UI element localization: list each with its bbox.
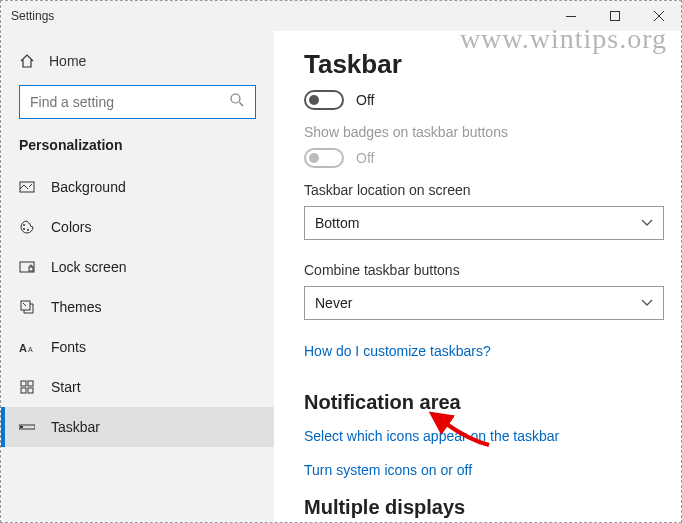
nav-list: Background Colors Lock screen Themes AA …: [1, 167, 274, 447]
search-icon: [229, 92, 245, 112]
location-label: Taskbar location on screen: [304, 182, 655, 198]
svg-point-4: [23, 224, 25, 226]
svg-text:A: A: [19, 342, 27, 354]
image-icon: [19, 179, 35, 195]
sidebar: Home Personalization Background Colors L…: [1, 31, 274, 522]
sidebar-item-label: Fonts: [51, 339, 86, 355]
sidebar-item-colors[interactable]: Colors: [1, 207, 274, 247]
sidebar-item-label: Start: [51, 379, 81, 395]
svg-rect-13: [28, 381, 33, 386]
select-icons-link[interactable]: Select which icons appear on the taskbar: [304, 428, 655, 444]
fonts-icon: AA: [19, 339, 35, 355]
svg-rect-12: [21, 381, 26, 386]
window-title: Settings: [11, 9, 54, 23]
svg-point-6: [27, 229, 29, 231]
sidebar-item-label: Background: [51, 179, 126, 195]
sidebar-item-label: Themes: [51, 299, 102, 315]
location-value: Bottom: [315, 215, 359, 231]
palette-icon: [19, 219, 35, 235]
sidebar-item-lockscreen[interactable]: Lock screen: [1, 247, 274, 287]
maximize-button[interactable]: [593, 1, 637, 31]
home-button[interactable]: Home: [1, 43, 274, 79]
turn-system-icons-link[interactable]: Turn system icons on or off: [304, 462, 655, 478]
sidebar-item-label: Colors: [51, 219, 91, 235]
sidebar-item-background[interactable]: Background: [1, 167, 274, 207]
svg-point-2: [231, 94, 240, 103]
chevron-down-icon: [641, 216, 653, 230]
lockscreen-icon: [19, 259, 35, 275]
toggle-state: Off: [356, 92, 374, 108]
svg-rect-14: [21, 388, 26, 393]
chevron-down-icon: [641, 296, 653, 310]
minimize-button[interactable]: [549, 1, 593, 31]
start-icon: [19, 379, 35, 395]
themes-icon: [19, 299, 35, 315]
taskbar-icon: [19, 419, 35, 435]
search-input[interactable]: [30, 94, 229, 110]
customize-link[interactable]: How do I customize taskbars?: [304, 343, 491, 359]
section-heading: Personalization: [1, 133, 274, 167]
toggle-badges-state: Off: [356, 150, 374, 166]
sidebar-item-start[interactable]: Start: [1, 367, 274, 407]
svg-rect-15: [28, 388, 33, 393]
notification-heading: Notification area: [304, 391, 655, 414]
sidebar-item-taskbar[interactable]: Taskbar: [1, 407, 274, 447]
svg-rect-0: [566, 16, 576, 17]
page-title: Taskbar: [304, 49, 655, 80]
svg-rect-1: [611, 12, 620, 21]
window-titlebar: Settings: [1, 1, 681, 31]
combine-dropdown[interactable]: Never: [304, 286, 664, 320]
combine-label: Combine taskbar buttons: [304, 262, 655, 278]
sidebar-item-fonts[interactable]: AA Fonts: [1, 327, 274, 367]
toggle-badges[interactable]: [304, 148, 344, 168]
search-box[interactable]: [19, 85, 256, 119]
sidebar-item-label: Taskbar: [51, 419, 100, 435]
close-button[interactable]: [637, 1, 681, 31]
svg-point-5: [23, 228, 25, 230]
combine-value: Never: [315, 295, 352, 311]
svg-rect-8: [29, 267, 33, 271]
badges-label: Show badges on taskbar buttons: [304, 124, 655, 140]
sidebar-item-label: Lock screen: [51, 259, 126, 275]
toggle-hidden-option[interactable]: [304, 90, 344, 110]
home-label: Home: [49, 53, 86, 69]
sidebar-item-themes[interactable]: Themes: [1, 287, 274, 327]
multiple-displays-heading: Multiple displays: [304, 496, 655, 519]
window-controls: [549, 1, 681, 31]
svg-text:A: A: [28, 346, 33, 353]
content-area: Taskbar Off Show badges on taskbar butto…: [274, 31, 681, 522]
home-icon: [19, 53, 35, 69]
location-dropdown[interactable]: Bottom: [304, 206, 664, 240]
svg-rect-17: [20, 426, 23, 428]
